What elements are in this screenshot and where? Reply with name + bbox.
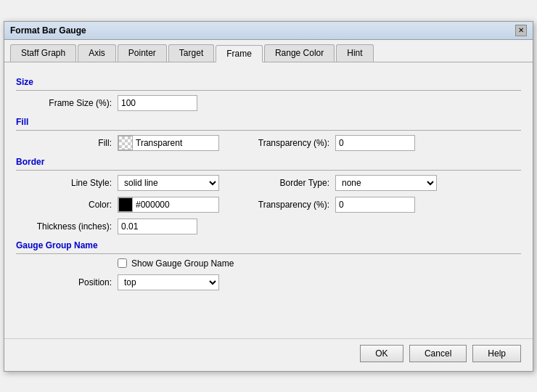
tab-target[interactable]: Target bbox=[168, 44, 214, 62]
tab-pointer[interactable]: Pointer bbox=[118, 44, 167, 62]
frame-size-label: Frame Size (%): bbox=[16, 98, 118, 108]
border-transparency-group: Transparency (%): bbox=[248, 197, 415, 213]
help-button[interactable]: Help bbox=[472, 345, 521, 362]
line-style-row: Line Style: solid line dashed line dotte… bbox=[16, 175, 521, 191]
format-bar-gauge-dialog: Format Bar Gauge ✕ Staff Graph Axis Poin… bbox=[4, 21, 533, 372]
border-type-group: Border Type: none raised sunken etched bbox=[248, 175, 437, 191]
tab-hint[interactable]: Hint bbox=[336, 44, 373, 62]
border-divider bbox=[16, 170, 521, 171]
line-style-label: Line Style: bbox=[16, 178, 118, 188]
title-bar: Format Bar Gauge ✕ bbox=[4, 22, 533, 40]
color-row: Color: #000000 Transparency (%): bbox=[16, 197, 521, 213]
color-swatch bbox=[118, 197, 133, 212]
position-label: Position: bbox=[16, 277, 118, 287]
color-hex-value: #000000 bbox=[133, 198, 173, 211]
transparency-fill-input[interactable] bbox=[335, 135, 415, 151]
fill-row: Fill: Transparent Transparency (%): bbox=[16, 135, 521, 151]
thickness-label: Thickness (inches): bbox=[16, 221, 118, 232]
ok-button[interactable]: OK bbox=[360, 345, 403, 362]
fill-combo[interactable]: Transparent bbox=[118, 135, 219, 151]
gauge-group-section-label: Gauge Group Name bbox=[16, 240, 521, 250]
transparency-border-label: Transparency (%): bbox=[248, 200, 335, 210]
tab-axis[interactable]: Axis bbox=[78, 44, 116, 62]
thickness-input[interactable] bbox=[118, 219, 197, 234]
border-type-select[interactable]: none raised sunken etched bbox=[335, 175, 437, 191]
dialog-footer: OK Cancel Help bbox=[4, 338, 533, 371]
close-button[interactable]: ✕ bbox=[515, 25, 527, 36]
cancel-button[interactable]: Cancel bbox=[409, 345, 467, 362]
line-style-select[interactable]: solid line dashed line dotted line none bbox=[118, 175, 219, 191]
transparency-fill-label: Transparency (%): bbox=[248, 138, 335, 148]
tab-staff-graph[interactable]: Staff Graph bbox=[10, 44, 76, 62]
fill-value: Transparent bbox=[133, 136, 185, 150]
border-type-label: Border Type: bbox=[248, 178, 335, 188]
color-combo[interactable]: #000000 bbox=[118, 197, 219, 213]
fill-swatch bbox=[118, 136, 133, 150]
border-section-label: Border bbox=[16, 157, 521, 167]
show-gauge-group-row: Show Gauge Group Name bbox=[118, 258, 521, 269]
size-section-label: Size bbox=[16, 77, 521, 87]
fill-divider bbox=[16, 130, 521, 131]
color-label: Color: bbox=[16, 200, 118, 210]
frame-size-row: Frame Size (%): bbox=[16, 95, 521, 111]
fill-label: Fill: bbox=[16, 138, 118, 148]
dialog-title: Format Bar Gauge bbox=[10, 25, 86, 36]
show-gauge-group-checkbox[interactable] bbox=[118, 258, 127, 268]
position-row: Position: top bottom left right bbox=[16, 274, 521, 290]
gauge-group-divider bbox=[16, 253, 521, 254]
position-select[interactable]: top bottom left right bbox=[118, 274, 219, 290]
tab-bar: Staff Graph Axis Pointer Target Frame Ra… bbox=[4, 40, 533, 62]
tab-frame[interactable]: Frame bbox=[216, 45, 263, 62]
size-divider bbox=[16, 90, 521, 91]
thickness-row: Thickness (inches): bbox=[16, 219, 521, 234]
show-gauge-group-label: Show Gauge Group Name bbox=[131, 258, 234, 269]
transparency-border-input[interactable] bbox=[335, 197, 415, 213]
fill-transparency-group: Transparency (%): bbox=[248, 135, 415, 151]
frame-size-input[interactable] bbox=[118, 95, 197, 111]
fill-section-label: Fill bbox=[16, 117, 521, 127]
tab-content: Size Frame Size (%): Fill Fill: Transpar… bbox=[4, 62, 533, 338]
tab-range-color[interactable]: Range Color bbox=[264, 44, 335, 62]
